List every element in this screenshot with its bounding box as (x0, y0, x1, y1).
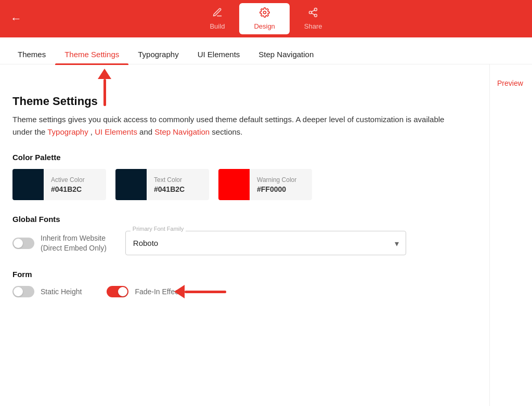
color-info-warning: Warning Color #FF0000 (250, 172, 304, 198)
ui-elements-link[interactable]: UI Elements (95, 127, 137, 136)
arrow-head-up (98, 69, 111, 79)
form-toggles-row: Static Height Fade-In Effect (12, 286, 477, 297)
svg-point-0 (263, 11, 266, 14)
color-info-text: Text Color #041B2C (147, 172, 192, 198)
fade-in-toggle-knob (118, 287, 127, 296)
main-content: Theme Settings Theme settings gives you … (0, 64, 532, 406)
tab-build-label: Build (210, 22, 225, 30)
design-icon (259, 7, 270, 20)
top-bar-tabs: Build Design Share (195, 3, 336, 34)
secondary-nav-theme-settings[interactable]: Theme Settings (55, 50, 128, 64)
static-height-group: Static Height (12, 286, 82, 297)
form-title: Form (12, 270, 477, 279)
color-value-warning: #FF0000 (257, 185, 296, 193)
color-value-text: #041B2C (154, 185, 185, 193)
color-palette-title: Color Palette (12, 153, 477, 162)
arrow-annotation-right (174, 285, 226, 298)
color-info-active: Active Color #041B2C (44, 172, 92, 198)
share-icon (308, 7, 318, 20)
typography-link[interactable]: Typography (47, 127, 88, 136)
fade-in-toggle[interactable] (107, 286, 128, 297)
form-section: Form Static Height Fade-In Effect (12, 270, 477, 297)
secondary-nav-themes[interactable]: Themes (8, 50, 55, 64)
static-height-toggle[interactable] (12, 286, 34, 297)
secondary-nav-step-navigation[interactable]: Step Navigation (249, 50, 323, 64)
page-title: Theme Settings (12, 95, 477, 108)
font-family-select[interactable]: Roboto Arial Helvetica Georgia Times New… (125, 231, 406, 255)
tab-design-label: Design (254, 22, 275, 30)
tab-build[interactable]: Build (195, 3, 239, 34)
step-navigation-link[interactable]: Step Navigation (154, 127, 210, 136)
color-swatch-text[interactable]: Text Color #041B2C (115, 169, 209, 200)
inherit-toggle-group: Inherit from Website(Direct Embed Only) (12, 233, 107, 252)
secondary-nav: Themes Theme Settings Typography UI Elem… (0, 37, 532, 64)
color-block-warning (218, 169, 250, 200)
content-area: Theme Settings Theme settings gives you … (0, 64, 489, 406)
inherit-toggle-knob (14, 239, 23, 248)
top-bar: ← Build Design (0, 0, 532, 37)
fade-in-label: Fade-In Effect (135, 287, 180, 296)
static-height-toggle-knob (14, 287, 23, 296)
color-swatch-warning[interactable]: Warning Color #FF0000 (218, 169, 312, 200)
preview-label: Preview (497, 79, 523, 87)
color-label-text: Text Color (154, 176, 185, 184)
color-swatch-active[interactable]: Active Color #041B2C (12, 169, 106, 200)
color-block-active (12, 169, 44, 200)
page-desc-part3: and (137, 127, 154, 136)
color-block-text (115, 169, 147, 200)
color-label-warning: Warning Color (257, 176, 296, 184)
secondary-nav-typography[interactable]: Typography (128, 50, 188, 64)
back-button[interactable]: ← (10, 12, 22, 25)
inherit-toggle-label: Inherit from Website(Direct Embed Only) (41, 233, 107, 252)
font-family-label: Primary Font Family (131, 226, 186, 232)
color-label-active: Active Color (51, 176, 85, 184)
svg-line-4 (312, 13, 315, 15)
page-desc-part4: sections. (210, 127, 242, 136)
page-desc-part2: , (88, 127, 95, 136)
tab-share[interactable]: Share (290, 3, 337, 34)
global-fonts-title: Global Fonts (12, 215, 477, 224)
global-fonts-section: Global Fonts Inherit from Website(Direct… (12, 215, 477, 255)
page-description: Theme settings gives you quick access to… (12, 113, 455, 138)
inherit-toggle[interactable] (12, 238, 34, 249)
color-palette-row: Active Color #041B2C Text Color #041B2C … (12, 169, 477, 200)
static-height-label: Static Height (41, 287, 82, 296)
font-family-dropdown[interactable]: Primary Font Family Roboto Arial Helveti… (125, 231, 406, 255)
secondary-nav-ui-elements[interactable]: UI Elements (188, 50, 250, 64)
fade-in-group: Fade-In Effect (107, 286, 180, 297)
tab-share-label: Share (304, 22, 322, 30)
svg-line-5 (312, 10, 315, 11)
arrow-right-shaft (185, 291, 226, 293)
color-value-active: #041B2C (51, 185, 85, 193)
global-fonts-row: Inherit from Website(Direct Embed Only) … (12, 231, 477, 255)
build-icon (212, 7, 223, 20)
tab-design[interactable]: Design (239, 3, 289, 34)
preview-sidebar: Preview (489, 64, 532, 406)
